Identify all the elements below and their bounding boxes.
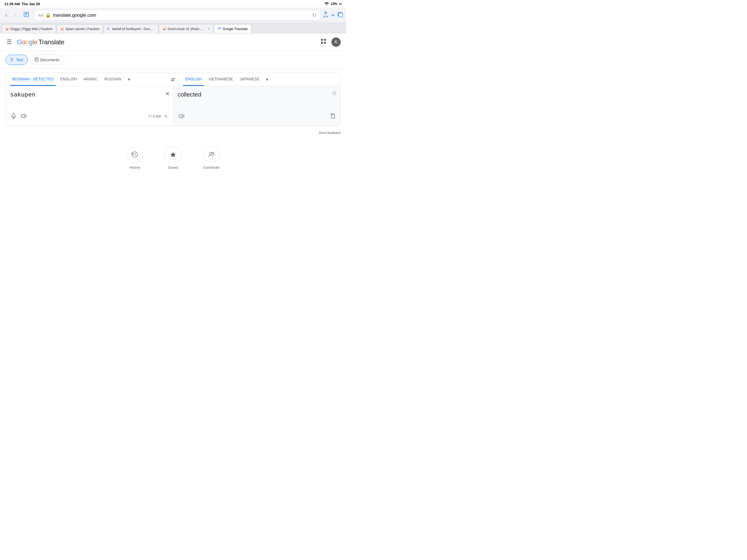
tab-label-translate: Google Translate (223, 27, 248, 31)
tab-google-search[interactable]: G behalf of foodisyum - Google Sea... (104, 24, 158, 33)
tab-label-doggy: Doggy | Piggy Wiki | Fandom (10, 27, 52, 31)
add-tab-button[interactable]: + (331, 12, 335, 19)
mode-tabs: 文 Text Documents (0, 51, 346, 69)
tab-label-search: behalf of foodisyum - Google Sea... (112, 27, 155, 31)
app-header: ☰ Google Translate K (0, 33, 346, 51)
tab-doggy[interactable]: 🐷 Doggy | Piggy Wiki | Fandom (2, 24, 56, 33)
lang-bosnian-detected[interactable]: BOSNIAN - DETECTED (10, 73, 56, 86)
translated-text: collected (178, 91, 328, 108)
tab-translate[interactable]: GT Google Translate (214, 24, 251, 33)
svg-text:文: 文 (10, 57, 14, 61)
svg-rect-5 (324, 42, 326, 44)
contribute-action[interactable]: Contribute (203, 146, 220, 170)
history-icon-container (127, 146, 143, 163)
send-feedback[interactable]: Send feedback (0, 130, 346, 136)
lang-russian[interactable]: RUSSIAN (102, 73, 124, 86)
logo-letter-e: e (34, 38, 37, 46)
source-footer-right: 7 / 5,000 ✎ (148, 113, 169, 120)
logo-letter-g: G (17, 38, 22, 46)
text-tab-icon: 文 (10, 57, 15, 62)
svg-rect-14 (331, 114, 335, 119)
source-language-bar: BOSNIAN - DETECTED ENGLISH ARABIC RUSSIA… (6, 73, 168, 86)
back-button[interactable]: ‹ (3, 11, 9, 19)
source-panel: sakupen ✕ (6, 86, 173, 126)
header-right: K (319, 37, 341, 47)
apps-button[interactable] (319, 37, 328, 47)
forward-button[interactable]: › (12, 11, 19, 19)
source-panel-footer: 7 / 5,000 ✎ (10, 110, 169, 121)
documents-tab-icon (35, 57, 38, 62)
url-text: translate.google.com (53, 12, 96, 18)
menu-button[interactable]: ☰ (5, 37, 13, 47)
mic-button[interactable] (10, 112, 17, 121)
tab-close-music[interactable]: ✕ (208, 27, 210, 30)
translation-container: BOSNIAN - DETECTED ENGLISH ARABIC RUSSIA… (5, 73, 341, 126)
bookmarks-button[interactable] (21, 11, 31, 20)
date: Thu Jan 20 (22, 2, 40, 6)
lang-vietnamese[interactable]: VIETNAMESE (206, 73, 235, 86)
share-button[interactable] (323, 11, 328, 19)
lang-arabic[interactable]: ARABIC (81, 73, 100, 86)
browser-actions: + (323, 11, 343, 19)
tts-target-button[interactable] (178, 113, 185, 121)
tab-music[interactable]: 🐷 Good music #1 (Rash Edition) | Fa... ✕ (159, 24, 213, 33)
target-panel: collected ☆ (173, 86, 341, 126)
saved-label: Saved (168, 166, 178, 170)
svg-marker-13 (179, 114, 182, 119)
language-selectors: BOSNIAN - DETECTED ENGLISH ARABIC RUSSIA… (6, 73, 340, 86)
clear-text-button[interactable]: ✕ (165, 91, 170, 97)
status-bar: 11:29 AM Thu Jan 20 13% ▭ (0, 0, 346, 8)
tab-favicon-search: G (107, 27, 111, 31)
contribute-icon-container (203, 146, 220, 163)
history-label: History (129, 166, 140, 170)
tab-favicon-music: 🐷 (162, 27, 166, 31)
svg-marker-12 (21, 114, 24, 118)
svg-rect-11 (12, 113, 15, 117)
source-text-input[interactable]: sakupen (10, 91, 169, 107)
lock-icon: 🔒 (45, 12, 51, 18)
target-panel-footer (178, 110, 336, 121)
battery-icon: ▭ (339, 2, 342, 6)
swap-languages-button[interactable]: ⇄ (168, 73, 178, 86)
svg-point-17 (209, 152, 212, 154)
status-left: 11:29 AM Thu Jan 20 (4, 2, 40, 6)
source-footer-left (10, 112, 28, 121)
logo-letter-o2: o (25, 38, 29, 46)
target-footer-left (178, 113, 185, 121)
tab-spam[interactable]: 🐷 Spam upvote | Fandom (57, 24, 103, 33)
reload-icon[interactable]: ↻ (312, 12, 316, 18)
address-bar[interactable]: AA 🔒 translate.google.com ↻ (34, 10, 320, 20)
time: 11:29 AM (4, 2, 20, 6)
svg-rect-4 (321, 42, 323, 44)
history-action[interactable]: History (127, 146, 143, 170)
source-lang-more[interactable]: ▾ (126, 75, 132, 84)
copy-translation-button[interactable] (329, 112, 336, 121)
target-lang-more[interactable]: ▾ (264, 75, 271, 84)
saved-icon-container (165, 146, 181, 163)
lang-english-source[interactable]: ENGLISH (58, 73, 79, 86)
edit-button[interactable]: ✎ (163, 113, 169, 120)
save-translation-button[interactable]: ☆ (332, 90, 337, 97)
browser-chrome: ‹ › AA 🔒 translate.google.com ↻ + (0, 8, 346, 23)
font-size-label: AA (38, 13, 43, 18)
tab-favicon-spam: 🐷 (60, 27, 64, 31)
header-left: ☰ Google Translate (5, 37, 64, 47)
user-avatar[interactable]: K (331, 37, 341, 47)
svg-marker-16 (170, 152, 176, 157)
tab-documents[interactable]: Documents (30, 55, 64, 65)
tab-label-spam: Spam upvote | Fandom (66, 27, 100, 31)
logo-letter-o1: o (22, 38, 25, 46)
char-count: 7 / 5,000 (148, 114, 161, 119)
tab-favicon-doggy: 🐷 (5, 27, 9, 31)
bottom-actions: History Saved Contribute (0, 136, 346, 175)
tab-switcher-button[interactable] (337, 12, 343, 19)
wifi-icon (325, 2, 329, 6)
tab-text[interactable]: 文 Text (5, 55, 28, 65)
lang-english-target[interactable]: ENGLISH (183, 73, 204, 86)
status-right: 13% ▭ (325, 2, 342, 6)
saved-action[interactable]: Saved (165, 146, 181, 170)
tabs-bar: 🐷 Doggy | Piggy Wiki | Fandom 🐷 Spam upv… (0, 23, 346, 33)
tts-source-button[interactable] (20, 112, 28, 121)
tab-favicon-translate: GT (217, 27, 222, 31)
lang-japanese[interactable]: JAPANESE (238, 73, 262, 86)
